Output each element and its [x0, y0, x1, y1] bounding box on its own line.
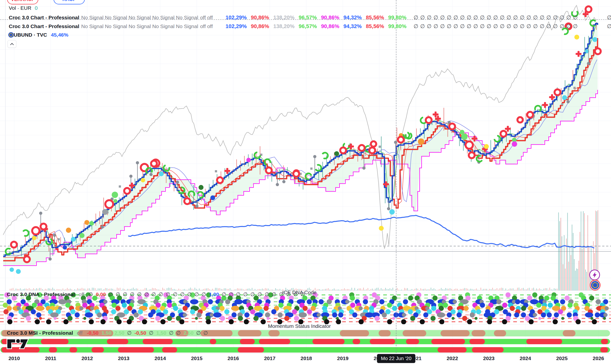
indicator-value: 96,57%	[299, 23, 317, 29]
indicator-value: 138,20%	[273, 23, 295, 29]
main-chart-canvas[interactable]	[0, 0, 611, 291]
null-symbol: ∅	[420, 23, 425, 29]
dna-legend-item: ∅	[159, 291, 163, 297]
null-symbol: ∅	[434, 23, 438, 29]
off-flags: off off	[200, 15, 213, 20]
msi-legend-item: 1,50	[156, 330, 166, 336]
indicator-value: 90,86%	[251, 14, 269, 21]
null-symbol: ∅	[573, 23, 578, 29]
null-symbol: ∅	[560, 23, 564, 29]
symbol-flag-button[interactable]	[590, 280, 600, 290]
null-symbol: ∅	[607, 14, 611, 21]
null-symbol: ∅	[607, 23, 611, 29]
dna-legend-item: ∅	[187, 291, 192, 297]
axis-year-label: 2016	[228, 355, 239, 361]
indicator-value: 94,32%	[343, 14, 362, 21]
chevron-up-icon	[10, 43, 14, 45]
indicator-name: Croc 3.0 Chart - Professional	[9, 24, 79, 29]
axis-year-label: 2023	[483, 355, 495, 361]
dna-legend-item: ∅	[257, 291, 262, 297]
pane-separator	[0, 330, 611, 330]
indicator-legend-row[interactable]: Croc 3.0 Chart - ProfessionalNo Signal N…	[9, 13, 611, 22]
null-symbol: ∅	[414, 23, 418, 29]
indicator-name: Croc 3.0 Chart - Professional	[9, 15, 79, 20]
msi-legend-row[interactable]: Croc 3.0 MSI - Professional off -0,501,5…	[7, 330, 208, 336]
axis-year-label: 2013	[118, 355, 130, 361]
indicator-value: 96,57%	[299, 14, 317, 21]
dna-legend-item: 1,00	[209, 291, 219, 297]
null-symbol: ∅	[560, 14, 564, 21]
axis-year-label: 2025	[556, 355, 568, 361]
indicator-value: 99,80%	[388, 23, 407, 29]
null-symbol: ∅	[553, 14, 558, 21]
dna-legend-item: ∅	[243, 291, 248, 297]
dna-legend-item: ∅	[236, 291, 241, 297]
null-symbol: ∅	[566, 14, 571, 21]
dna-legend-item: ∅	[109, 291, 113, 297]
null-symbol: ∅	[500, 14, 504, 21]
msi-legend-item: 1,50	[101, 330, 111, 336]
indicator-value: 85,56%	[366, 23, 384, 29]
null-symbol: ∅	[460, 14, 465, 21]
null-symbol: ∅	[566, 23, 571, 29]
dna-legend-item: ∅	[194, 291, 199, 297]
dna-legend-item: 0,00	[96, 291, 106, 297]
sell-button[interactable]: VERKAUF	[7, 0, 38, 4]
msi-legend-item: ∅	[196, 330, 201, 336]
dna-legend-item: ∅	[272, 291, 276, 297]
volume-legend-row[interactable]: Vol · EUR0	[9, 4, 38, 12]
null-symbol: ∅	[546, 14, 551, 21]
null-symbol: ∅	[507, 14, 511, 21]
null-symbol: ∅	[440, 23, 445, 29]
dna-values: ∅0,00∅∅∅∅∅∅∅∅∅∅∅∅∅∅1,00∅∅∅∅∅∅∅∅∅∅∅∅	[86, 291, 305, 297]
dna-legend-item: ∅	[151, 291, 156, 297]
dna-legend-row[interactable]: Croc 3.0 DNA - Professional off ∅0,00∅∅∅…	[7, 291, 305, 297]
collapse-panel-button[interactable]	[8, 40, 16, 48]
axis-year-label: 2022	[447, 355, 458, 361]
indicator-legend-row[interactable]: Croc 3.0 Chart - ProfessionalNo Signal N…	[9, 22, 611, 31]
time-axis[interactable]: 2010201120122013201420152016201720182019…	[0, 353, 611, 364]
msi-panel-title: Momentum Status Indicator	[0, 323, 599, 329]
null-symbol: ∅	[513, 23, 518, 29]
eu-flag-icon	[8, 32, 14, 38]
null-symbol: ∅	[427, 14, 431, 21]
indicator-value: 94,32%	[343, 23, 362, 29]
msi-legend-item: ∅	[169, 330, 173, 336]
dna-off-flag: off	[79, 291, 84, 297]
null-symbol: ∅	[453, 23, 458, 29]
null-symbol: ∅	[447, 14, 451, 21]
null-symbol: ∅	[520, 23, 525, 29]
indicator-value: 90,86%	[251, 23, 269, 29]
dna-legend-item: ∅	[286, 291, 291, 297]
indicator-value: 99,80%	[388, 14, 407, 21]
null-symbol: ∅	[553, 23, 558, 29]
crosshair-vertical-line	[396, 0, 396, 353]
symbol-legend-row[interactable]: EUBUND · TVC 45,46%	[8, 31, 68, 39]
null-symbol: ∅	[540, 23, 544, 29]
symbol-name: EUBUND · TVC	[10, 31, 47, 39]
dna-legend-item: ∅	[166, 291, 170, 297]
null-symbol: ∅	[420, 14, 425, 21]
msi-legend-item: ∅	[203, 330, 208, 336]
axis-year-label: 2010	[9, 355, 20, 361]
null-symbol: ∅	[480, 14, 485, 21]
dna-legend-item: ∅	[173, 291, 177, 297]
axis-year-label: 2018	[301, 355, 312, 361]
dna-legend-item: ∅	[202, 291, 206, 297]
null-symbol: ∅	[487, 14, 491, 21]
buy-button[interactable]: KAUF	[54, 0, 85, 4]
msi-off-flag: off	[77, 330, 83, 336]
null-symbol: ∅	[520, 14, 525, 21]
crosshair-date-tooltip: Mo 22 Jun '20	[377, 354, 415, 363]
dna-legend-item: ∅	[180, 291, 185, 297]
msi-legend-item: ∅	[127, 330, 132, 336]
null-symbol: ∅	[507, 23, 511, 29]
axis-year-label: 2015	[191, 355, 203, 361]
lightning-action-button[interactable]	[589, 270, 600, 280]
msi-legend-item: -0,50	[87, 330, 98, 336]
null-symbol: ∅	[467, 14, 472, 21]
volume-label: Vol · EUR	[9, 5, 31, 11]
null-symbol: ∅	[414, 14, 418, 21]
dna-legend-item: ∅	[265, 291, 269, 297]
dna-legend-item: ∅	[137, 291, 141, 297]
